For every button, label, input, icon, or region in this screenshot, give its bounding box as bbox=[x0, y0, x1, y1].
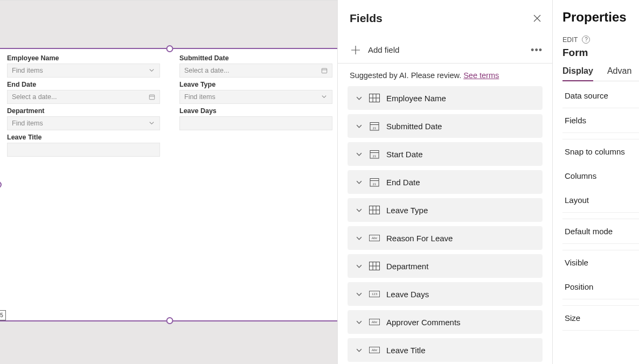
field-card-label: Leave Title bbox=[386, 346, 426, 355]
form-field: DepartmentFind items bbox=[0, 104, 170, 130]
field-input[interactable] bbox=[179, 116, 332, 130]
property-separator bbox=[562, 213, 639, 219]
field-type-icon: 21 bbox=[369, 149, 380, 159]
field-card-label: Leave Type bbox=[386, 206, 428, 215]
chevron-down-icon[interactable] bbox=[355, 150, 363, 158]
field-input[interactable]: Find items bbox=[179, 90, 332, 104]
field-card[interactable]: Department bbox=[348, 254, 543, 278]
calendar-icon bbox=[321, 67, 328, 74]
field-label: Submitted Date bbox=[179, 54, 332, 62]
field-label: Leave Title bbox=[7, 134, 160, 141]
field-card[interactable]: AbcLeave Title bbox=[348, 338, 543, 362]
form-field: Submitted DateSelect a date... bbox=[170, 51, 337, 78]
tab-advan[interactable]: Advan bbox=[607, 66, 631, 81]
properties-list: Data sourceFieldsSnap to columnsColumnsL… bbox=[562, 83, 639, 331]
field-card[interactable]: Employee Name bbox=[348, 86, 543, 110]
property-row[interactable]: Columns bbox=[562, 164, 639, 188]
chevron-down-icon bbox=[149, 120, 155, 127]
field-placeholder bbox=[184, 120, 186, 127]
field-card[interactable]: 21Start Date bbox=[348, 142, 543, 166]
ai-suggestion-text: Suggested by AI. Please review. See term… bbox=[338, 64, 552, 86]
field-type-icon: 21 bbox=[369, 121, 380, 131]
svg-text:123: 123 bbox=[372, 292, 378, 296]
property-row[interactable]: Snap to columns bbox=[562, 139, 639, 164]
field-card[interactable]: 21End Date bbox=[348, 170, 543, 194]
form-field: End DateSelect a date... bbox=[0, 78, 170, 104]
field-input[interactable]: Find items bbox=[7, 116, 160, 130]
property-separator bbox=[562, 299, 639, 306]
chevron-down-icon bbox=[149, 67, 155, 74]
field-placeholder: Find items bbox=[12, 120, 43, 127]
properties-panel: Properties EDIT ? Form DisplayAdvan Data… bbox=[553, 0, 639, 364]
chevron-down-icon[interactable] bbox=[355, 122, 363, 130]
property-row[interactable]: Size bbox=[562, 306, 639, 331]
field-type-icon bbox=[369, 261, 380, 271]
property-row[interactable]: Default mode bbox=[562, 219, 639, 244]
field-input[interactable] bbox=[7, 143, 160, 157]
chevron-down-icon[interactable] bbox=[355, 178, 363, 186]
field-input[interactable]: Select a date... bbox=[7, 90, 160, 104]
properties-tabs: DisplayAdvan bbox=[562, 66, 639, 81]
svg-rect-0 bbox=[322, 68, 327, 73]
edit-label[interactable]: EDIT bbox=[562, 36, 578, 44]
tab-display[interactable]: Display bbox=[562, 66, 593, 81]
field-label: Department bbox=[7, 107, 160, 115]
chevron-down-icon[interactable] bbox=[355, 206, 363, 214]
field-card[interactable]: Leave Type bbox=[348, 198, 543, 222]
svg-rect-1 bbox=[149, 95, 154, 100]
field-type-icon bbox=[369, 93, 380, 103]
field-label: Leave Type bbox=[179, 81, 332, 88]
add-field-button[interactable]: Add field bbox=[350, 44, 399, 56]
property-separator bbox=[562, 244, 639, 250]
field-card[interactable]: 21Submitted Date bbox=[348, 114, 543, 138]
selected-control-name: Form bbox=[562, 47, 639, 59]
field-placeholder: Find items bbox=[184, 93, 216, 101]
form-field: Leave Days bbox=[170, 104, 337, 130]
field-card-label: Reason For Leave bbox=[386, 234, 453, 243]
field-card-label: End Date bbox=[386, 178, 420, 187]
field-placeholder: Find items bbox=[12, 67, 43, 74]
chevron-down-icon[interactable] bbox=[355, 290, 363, 298]
add-field-label: Add field bbox=[368, 45, 399, 54]
help-icon[interactable]: ? bbox=[582, 36, 590, 44]
calendar-icon bbox=[149, 94, 155, 100]
chevron-down-icon[interactable] bbox=[355, 94, 363, 102]
field-placeholder: Select a date... bbox=[184, 67, 229, 74]
field-placeholder: Select a date... bbox=[12, 93, 57, 101]
measure-badge: 5 bbox=[0, 310, 6, 320]
chevron-down-icon bbox=[321, 94, 328, 100]
svg-text:21: 21 bbox=[373, 154, 377, 158]
field-card[interactable]: AbcApprover Comments bbox=[348, 310, 543, 334]
fields-list[interactable]: Employee Name21Submitted Date21Start Dat… bbox=[338, 86, 552, 364]
svg-text:Abc: Abc bbox=[371, 236, 377, 240]
see-terms-link[interactable]: See terms bbox=[463, 71, 499, 80]
field-card-label: Start Date bbox=[386, 150, 423, 159]
property-row[interactable]: Fields bbox=[562, 108, 639, 133]
form-field: Employee NameFind items bbox=[0, 51, 170, 78]
properties-title: Properties bbox=[562, 10, 639, 25]
more-options-icon[interactable]: ••• bbox=[531, 47, 543, 53]
plus-icon bbox=[350, 44, 362, 56]
field-input[interactable]: Select a date... bbox=[179, 64, 332, 78]
field-input[interactable]: Find items bbox=[7, 64, 160, 78]
property-separator bbox=[562, 133, 639, 139]
chevron-down-icon[interactable] bbox=[355, 234, 363, 242]
property-row[interactable]: Visible bbox=[562, 250, 639, 275]
field-type-icon: 21 bbox=[369, 177, 380, 187]
field-label: End Date bbox=[7, 81, 160, 88]
field-card-label: Employee Name bbox=[386, 94, 446, 103]
field-card-label: Submitted Date bbox=[386, 122, 442, 131]
property-row[interactable]: Layout bbox=[562, 188, 639, 213]
chevron-down-icon[interactable] bbox=[355, 346, 363, 354]
field-card[interactable]: AbcReason For Leave bbox=[348, 226, 543, 250]
close-icon[interactable] bbox=[532, 13, 543, 24]
field-label: Leave Days bbox=[179, 107, 332, 115]
property-row[interactable]: Position bbox=[562, 275, 639, 299]
property-row[interactable]: Data source bbox=[562, 83, 639, 108]
chevron-down-icon[interactable] bbox=[355, 318, 363, 326]
field-type-icon: Abc bbox=[369, 317, 380, 327]
chevron-down-icon[interactable] bbox=[355, 262, 363, 270]
field-card-label: Approver Comments bbox=[386, 318, 461, 327]
field-card[interactable]: 123Leave Days bbox=[348, 282, 543, 306]
design-canvas[interactable]: Employee NameFind itemsSubmitted DateSel… bbox=[0, 0, 337, 364]
